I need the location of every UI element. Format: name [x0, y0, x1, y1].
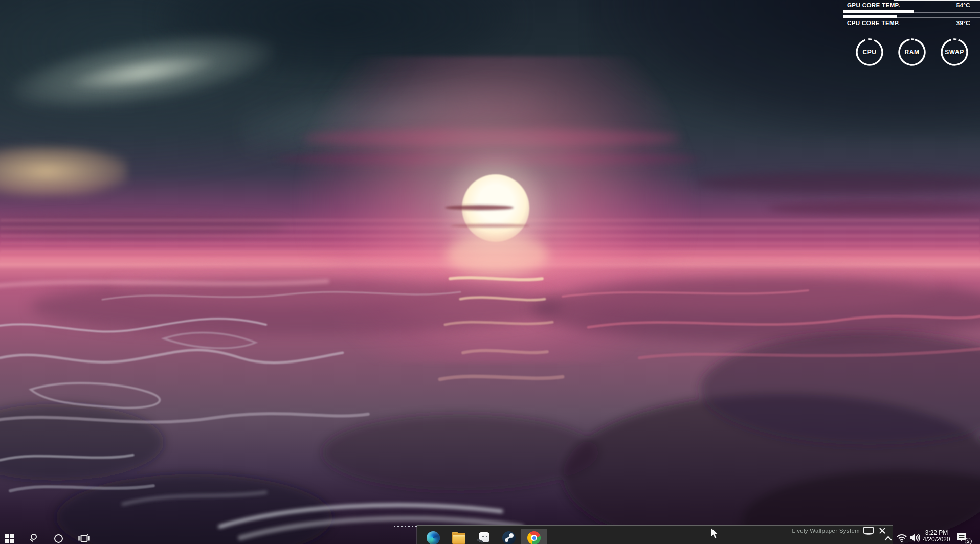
paint-3d-icon[interactable]	[477, 531, 492, 544]
search-icon[interactable]	[29, 533, 39, 543]
swap-gauge-label: SWAP	[939, 37, 970, 67]
mouse-cursor	[710, 527, 720, 540]
monitor-top-bar	[894, 0, 980, 1]
desktop: GPU CORE TEMP. 54°C CPU CORE TEMP. 39°C …	[0, 0, 980, 544]
cpu-temp-value: 39°C	[956, 20, 970, 26]
system-monitor-widget: GPU CORE TEMP. 54°C CPU CORE TEMP. 39°C	[843, 2, 980, 26]
cpu-temp-bar-fill	[843, 15, 897, 18]
file-explorer-icon[interactable]	[452, 531, 466, 544]
gpu-temp-bar	[843, 10, 980, 13]
gpu-temp-bar-fill	[843, 10, 914, 13]
cpu-temp-label: CPU CORE TEMP.	[847, 20, 900, 26]
notification-count-badge: 2	[965, 538, 972, 544]
cpu-temp-bar	[843, 15, 980, 18]
gpu-temp-label: GPU CORE TEMP.	[847, 2, 900, 8]
clock[interactable]: 3:22 PM 4/20/2020	[921, 530, 952, 543]
chrome-icon[interactable]	[527, 531, 542, 544]
start-button[interactable]	[5, 534, 14, 543]
monitor-icon	[863, 527, 874, 535]
cortana-icon[interactable]	[54, 534, 63, 543]
task-view-icon[interactable]	[78, 533, 90, 543]
show-hidden-icons-chevron[interactable]	[884, 535, 893, 541]
cpu-gauge: CPU	[854, 37, 885, 67]
volume-icon[interactable]	[909, 533, 921, 543]
edge-icon[interactable]	[427, 531, 441, 544]
cpu-temp-row: CPU CORE TEMP. 39°C	[843, 20, 980, 26]
ram-gauge-label: RAM	[897, 37, 927, 67]
close-icon[interactable]	[879, 527, 886, 534]
cpu-gauge-label: CPU	[854, 37, 885, 67]
sea-wave-highlights	[0, 0, 980, 544]
gpu-temp-value: 54°C	[956, 2, 970, 8]
steam-icon[interactable]	[502, 531, 517, 544]
ram-gauge: RAM	[897, 37, 927, 67]
lively-toast-label: Lively Wallpaper System	[792, 528, 860, 534]
gpu-temp-row: GPU CORE TEMP. 54°C	[843, 2, 980, 8]
gauge-row: CPU RAM SWAP	[854, 37, 970, 67]
swap-gauge: SWAP	[939, 37, 970, 67]
wifi-icon[interactable]	[896, 533, 908, 543]
tray-date: 4/20/2020	[921, 536, 952, 543]
widget-drag-dots	[394, 526, 417, 527]
